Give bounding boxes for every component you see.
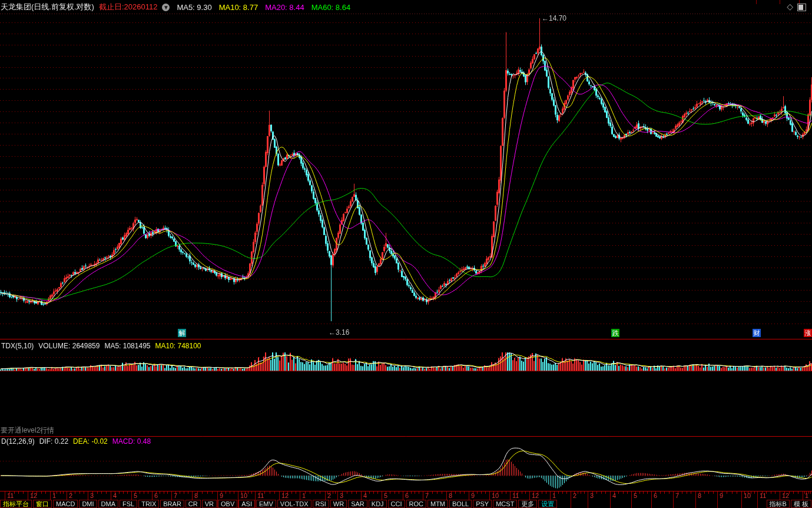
month-label: 1 — [52, 492, 56, 499]
month-label: 1 — [302, 492, 306, 499]
month-label: 8 — [698, 492, 701, 499]
month-label: 9 — [720, 492, 723, 499]
ma5-value: MA5: 9.30 — [177, 3, 211, 12]
month-label: 11 — [7, 492, 14, 499]
month-label: 4 — [363, 492, 367, 499]
tab-BOLL[interactable]: BOLL — [449, 500, 472, 508]
right-tab-bar: 指标B模 板 — [767, 500, 811, 508]
macd-value: MACD: 0.48 — [112, 437, 151, 446]
ma60-value: MA60: 8.64 — [311, 3, 351, 12]
month-label: 10 — [492, 492, 499, 499]
month-label: 3 — [590, 492, 594, 499]
month-label: 8 — [449, 492, 452, 499]
month-label: 5 — [384, 492, 387, 499]
macd-header: D(12,26,9) DIF: 0.22 DEA: -0.02 MACD: 0.… — [1, 437, 151, 446]
event-marker[interactable]: 财 — [753, 329, 761, 337]
month-label: 11 — [257, 492, 264, 499]
month-label: 2 — [573, 492, 576, 499]
stock-chart-app: 天龙集团(日线.前复权.对数) 截止日:20260112 ▼ MA5: 9.30… — [0, 0, 812, 508]
tab-FSL[interactable]: FSL — [120, 500, 137, 508]
tab-KDJ[interactable]: KDJ — [369, 500, 387, 508]
month-label: 1 — [552, 492, 556, 499]
tab-BRAR[interactable]: BRAR — [160, 500, 184, 508]
volume-indicator-label: TDX(5,10) — [1, 342, 34, 350]
ma20-value: MA20: 8.44 — [265, 3, 304, 12]
chart-header: 天龙集团(日线.前复权.对数) 截止日:20260112 ▼ MA5: 9.30… — [1, 2, 350, 12]
month-label: 11 — [760, 492, 766, 499]
month-label: 8 — [194, 492, 198, 499]
tab-EMV[interactable]: EMV — [256, 500, 276, 508]
month-label: 2 — [327, 492, 331, 499]
volume-header: TDX(5,10) VOLUME: 2649859 MA5: 1081495 M… — [1, 342, 201, 350]
month-label: 7 — [675, 492, 679, 499]
month-label: 4 — [612, 492, 616, 499]
tab-指标平台[interactable]: 指标平台 — [0, 500, 32, 508]
event-marker[interactable]: 涨 — [804, 329, 812, 337]
chevron-down-icon[interactable]: ▼ — [162, 4, 170, 11]
tab-SAR[interactable]: SAR — [348, 500, 367, 508]
month-label: 3 — [90, 492, 94, 499]
tab-DMI[interactable]: DMI — [79, 500, 97, 508]
tab-ROC[interactable]: ROC — [406, 500, 426, 508]
month-label: 9 — [220, 492, 223, 499]
tab-CR[interactable]: CR — [185, 500, 201, 508]
event-marker[interactable]: 解 — [178, 329, 186, 337]
level2-notice[interactable]: 要开通level2行情 — [1, 425, 54, 436]
month-label: 2 — [69, 492, 72, 499]
low-price-annotation: ←3.16 — [329, 328, 349, 337]
volume-ma5: MA5: 1081495 — [104, 342, 150, 350]
volume-value: VOLUME: 2649859 — [38, 342, 100, 350]
tab-MCST[interactable]: MCST — [493, 500, 517, 508]
tab-CCI[interactable]: CCI — [388, 500, 405, 508]
macd-indicator-label: D(12,26,9) — [1, 437, 35, 446]
high-price-annotation: ←14.70 — [542, 14, 566, 22]
tab-VOL-TDX[interactable]: VOL-TDX — [277, 500, 311, 508]
tab-指标B[interactable]: 指标B — [767, 500, 790, 508]
month-label: 5 — [134, 492, 137, 499]
cutoff-date: 截止日:20260112 — [99, 2, 158, 12]
tab-DMA[interactable]: DMA — [98, 500, 118, 508]
macd-dif-value: DIF: 0.22 — [39, 437, 68, 446]
month-label: 12 — [532, 492, 539, 499]
month-label: 10 — [744, 492, 751, 499]
month-label: 5 — [634, 492, 637, 499]
symbol-title: 天龙集团(日线.前复权.对数) — [1, 2, 94, 12]
tab-RSI[interactable]: RSI — [313, 500, 329, 508]
window-pane-icon[interactable] — [797, 4, 806, 11]
tab-WR[interactable]: WR — [330, 500, 347, 508]
month-label: 1 — [805, 492, 808, 499]
tab-更多[interactable]: 更多 — [518, 500, 537, 508]
tab-MACD[interactable]: MACD — [53, 500, 78, 508]
month-label: 12 — [782, 492, 789, 499]
month-label: 7 — [425, 492, 429, 499]
event-marker[interactable]: 跌 — [611, 329, 619, 337]
month-label: 6 — [405, 492, 409, 499]
month-label: 4 — [113, 492, 117, 499]
tab-OBV[interactable]: OBV — [218, 500, 237, 508]
month-label: 12 — [281, 492, 289, 499]
tab-MTM[interactable]: MTM — [427, 500, 448, 508]
macd-dea-value: DEA: -0.02 — [73, 437, 108, 446]
tab-设置[interactable]: 设置 — [538, 500, 557, 508]
month-label: 9 — [471, 492, 475, 499]
ma10-value: MA10: 8.77 — [219, 3, 258, 12]
month-label: 11 — [512, 492, 519, 499]
month-label: 6 — [654, 492, 657, 499]
chart-canvas[interactable] — [0, 0, 812, 508]
diamond-icon[interactable]: ◇ — [787, 2, 793, 11]
tab-VR[interactable]: VR — [202, 500, 217, 508]
month-label: 3 — [340, 492, 343, 499]
tab-ASI[interactable]: ASI — [238, 500, 255, 508]
tab-模 板[interactable]: 模 板 — [791, 500, 811, 508]
tab-TRIX[interactable]: TRIX — [138, 500, 159, 508]
month-label: 7 — [174, 492, 177, 499]
indicator-tab-bar: 指标平台窗口MACDDMIDMAFSLTRIXBRARCRVROBVASIEMV… — [0, 500, 557, 508]
tab-窗口[interactable]: 窗口 — [33, 500, 52, 508]
month-label: 6 — [154, 492, 158, 499]
tab-PSY[interactable]: PSY — [473, 500, 492, 508]
volume-ma10: MA10: 748100 — [155, 342, 201, 350]
month-label: 10 — [240, 492, 247, 499]
month-label: 12 — [30, 492, 37, 499]
